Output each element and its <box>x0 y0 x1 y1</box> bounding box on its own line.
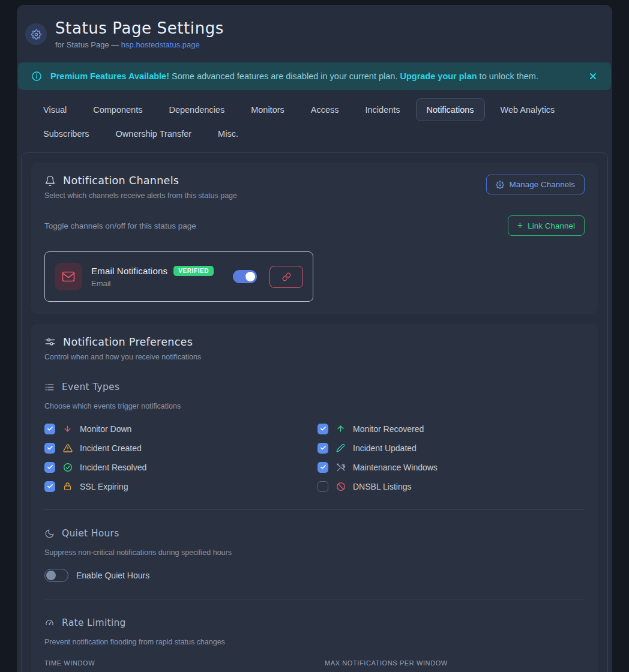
event-label: Incident Created <box>80 443 142 453</box>
event-maintenance-windows: Maintenance Windows <box>318 461 585 473</box>
event-label: Maintenance Windows <box>353 463 438 472</box>
max-notifications-label: MAX NOTIFICATIONS PER WINDOW <box>325 659 592 667</box>
quiet-hours-heading: Quiet Hours <box>44 528 585 539</box>
event-label: SSL Expiring <box>80 482 128 491</box>
maintenance-windows-checkbox[interactable] <box>318 462 328 473</box>
event-types-grid: Monitor Down Monitor Recovered Incident … <box>44 422 585 493</box>
page-header: Status Page Settings for Status Page — h… <box>17 5 612 62</box>
tab-incidents[interactable]: Incidents <box>355 98 411 121</box>
link-icon[interactable] <box>269 266 303 288</box>
quiet-hours-subtitle: Suppress non-critical notifications duri… <box>44 548 585 557</box>
tab-web-analytics[interactable]: Web Analytics <box>490 98 566 121</box>
link-channel-button[interactable]: + Link Channel <box>508 215 585 236</box>
incident-resolved-checkbox[interactable] <box>44 462 55 473</box>
channels-title-row: Notification Channels <box>44 175 237 187</box>
event-label: DNSBL Listings <box>353 482 412 491</box>
tab-monitors[interactable]: Monitors <box>240 98 295 121</box>
event-types-title: Event Types <box>62 382 119 392</box>
tab-dependencies[interactable]: Dependencies <box>158 98 235 121</box>
premium-banner: Premium Features Available! Some advance… <box>18 62 611 90</box>
event-monitor-down: Monitor Down <box>44 422 311 435</box>
tab-notifications[interactable]: Notifications <box>416 98 485 121</box>
channel-name: Email Notifications <box>91 266 167 276</box>
gauge-icon <box>44 618 55 628</box>
event-types-subtitle: Choose which events trigger notification… <box>44 402 585 410</box>
rate-limiting-subtitle: Prevent notification flooding from rapid… <box>44 638 585 646</box>
quiet-hours-toggle-label: Enable Quiet Hours <box>76 571 149 580</box>
status-page-link[interactable]: hsp.hostedstatus.page <box>121 40 200 49</box>
preferences-title: Notification Preferences <box>63 336 193 348</box>
tools-icon <box>336 463 346 472</box>
page-subtitle: for Status Page — hsp.hostedstatus.page <box>55 40 224 49</box>
event-label: Monitor Recovered <box>353 424 424 434</box>
event-incident-resolved: Incident Resolved <box>44 461 311 473</box>
section-divider <box>44 599 585 599</box>
tab-subscribers[interactable]: Subscribers <box>32 122 100 145</box>
notification-preferences-card: Notification Preferences Control when an… <box>31 324 598 672</box>
banner-middle: Some advanced features are disabled in y… <box>169 71 400 81</box>
notification-channels-card: Notification Channels Select which chann… <box>31 163 598 314</box>
bell-icon <box>44 175 56 187</box>
event-incident-updated: Incident Updated <box>318 442 585 454</box>
verified-badge: VERIFIED <box>173 266 214 276</box>
rate-limiting-title: Rate Limiting <box>62 617 126 628</box>
event-types-heading: Event Types <box>44 382 585 392</box>
page-title: Status Page Settings <box>55 19 224 37</box>
list-icon <box>44 382 55 392</box>
time-window-label: TIME WINDOW <box>44 659 314 667</box>
tab-access[interactable]: Access <box>300 98 350 121</box>
monitor-down-checkbox[interactable] <box>44 424 55 434</box>
section-divider <box>44 509 585 510</box>
event-label: Incident Resolved <box>80 463 146 472</box>
warning-triangle-icon <box>62 443 73 453</box>
preferences-subtitle: Control when and how you receive notific… <box>44 353 585 361</box>
lock-icon <box>62 482 73 491</box>
tab-misc[interactable]: Misc. <box>207 122 249 145</box>
arrow-up-icon <box>336 424 346 433</box>
upgrade-plan-link[interactable]: Upgrade your plan <box>400 71 477 81</box>
dnsbl-listings-checkbox[interactable] <box>318 481 328 492</box>
event-incident-created: Incident Created <box>44 442 311 454</box>
settings-window: Status Page Settings for Status Page — h… <box>17 5 612 672</box>
tab-components[interactable]: Components <box>82 98 153 121</box>
sliders-icon <box>44 337 56 348</box>
channel-type: Email <box>91 279 224 288</box>
preferences-title-row: Notification Preferences <box>44 336 585 348</box>
event-monitor-recovered: Monitor Recovered <box>318 422 585 435</box>
banner-suffix: to unlock them. <box>477 71 538 81</box>
pencil-icon <box>336 443 346 452</box>
event-label: Incident Updated <box>353 443 417 453</box>
gear-icon <box>25 23 47 45</box>
plus-icon: + <box>517 221 523 230</box>
incident-updated-checkbox[interactable] <box>318 443 328 454</box>
tab-visual[interactable]: Visual <box>32 98 77 121</box>
settings-tabs: Visual Components Dependencies Monitors … <box>17 90 612 145</box>
info-circle-icon <box>31 71 42 82</box>
event-dnsbl-listings: DNSBL Listings <box>318 480 585 493</box>
monitor-recovered-checkbox[interactable] <box>318 424 328 434</box>
channels-title: Notification Channels <box>63 175 179 187</box>
incident-created-checkbox[interactable] <box>44 443 55 454</box>
check-circle-icon <box>62 463 73 472</box>
manage-channels-label: Manage Channels <box>509 180 575 189</box>
toggle-hint: Toggle channels on/off for this status p… <box>44 221 196 230</box>
envelope-icon <box>55 263 82 290</box>
email-channel-card: Email Notifications VERIFIED Email <box>44 251 313 302</box>
rate-limiting-heading: Rate Limiting <box>44 617 585 628</box>
link-channel-label: Link Channel <box>528 221 575 230</box>
tab-ownership-transfer[interactable]: Ownership Transfer <box>105 122 203 145</box>
email-channel-toggle[interactable] <box>233 270 257 283</box>
event-ssl-expiring: SSL Expiring <box>44 480 311 493</box>
banner-text: Premium Features Available! Some advance… <box>50 71 538 81</box>
rate-limiting-form: TIME WINDOW 15 minutes MAX NOTIFICATIONS… <box>44 659 585 672</box>
event-label: Monitor Down <box>80 424 131 434</box>
no-entry-icon <box>336 482 346 491</box>
ssl-expiring-checkbox[interactable] <box>44 481 55 492</box>
quiet-hours-toggle[interactable] <box>44 569 68 582</box>
manage-channels-button[interactable]: Manage Channels <box>486 175 585 194</box>
notifications-tab-content: Notification Channels Select which chann… <box>21 152 608 672</box>
subtitle-text: for Status Page — <box>55 40 121 49</box>
quiet-hours-title: Quiet Hours <box>62 528 119 539</box>
close-icon[interactable] <box>588 71 598 81</box>
gear-icon <box>496 181 504 189</box>
